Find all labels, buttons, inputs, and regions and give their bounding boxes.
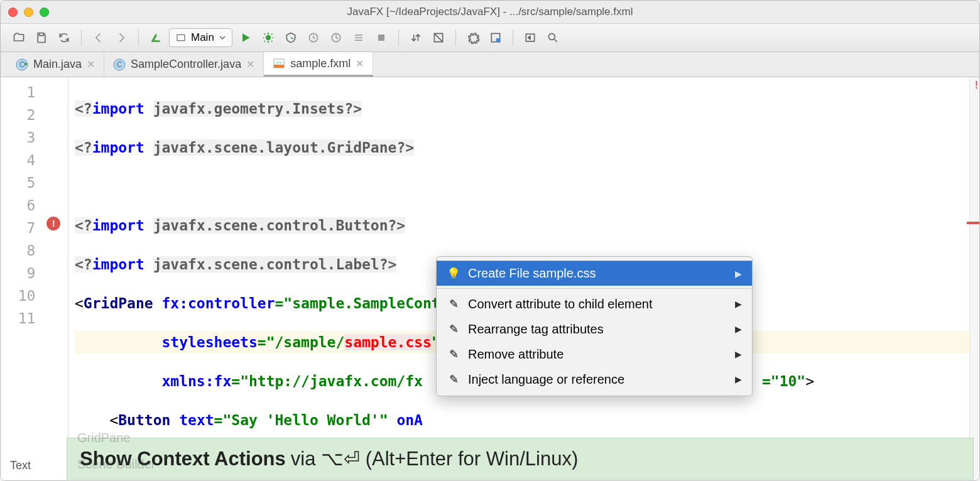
ghost-text: Scene Builder (77, 457, 156, 472)
bulb-icon: 💡 (447, 267, 460, 281)
menu-label: Remove attribute (468, 347, 564, 362)
intention-icon: ✎ (447, 297, 460, 311)
close-icon[interactable]: ✕ (356, 58, 364, 70)
tab-sample-controller[interactable]: C SampleController.java ✕ (104, 52, 264, 77)
vcs-commit-icon[interactable] (429, 28, 448, 47)
run-anything-icon[interactable] (521, 28, 540, 47)
class-icon: C (113, 58, 126, 71)
run-config-dropdown[interactable]: Main (169, 28, 232, 47)
attach-icon[interactable] (327, 28, 346, 47)
tab-label: Main.java (33, 58, 82, 71)
error-indicator-icon[interactable]: ! (975, 80, 978, 91)
svg-rect-0 (177, 35, 185, 40)
tasks-icon[interactable] (349, 28, 368, 47)
tab-label: sample.fxml (290, 57, 351, 70)
settings-icon[interactable] (464, 28, 482, 47)
error-bulb-icon[interactable]: ! (46, 217, 60, 230)
close-icon[interactable]: ✕ (87, 58, 95, 70)
svg-rect-4 (378, 35, 384, 41)
bottom-tab-text[interactable]: Text (10, 459, 31, 472)
close-icon[interactable] (8, 8, 18, 17)
stop-icon[interactable] (372, 28, 391, 47)
back-icon[interactable] (89, 28, 108, 47)
menu-inject-language[interactable]: ✎ Inject language or reference ▶ (437, 367, 752, 392)
refresh-icon[interactable] (55, 28, 74, 47)
intention-icon: ✎ (447, 372, 460, 386)
svg-rect-6 (496, 38, 500, 42)
class-icon: C (16, 58, 28, 71)
run-icon[interactable] (236, 28, 255, 47)
menu-convert-attribute[interactable]: ✎ Convert attribute to child element ▶ (437, 291, 752, 316)
window-title: JavaFX [~/IdeaProjects/JavaFX] - .../src… (1, 6, 979, 18)
context-actions-menu: 💡 Create File sample.css ▶ ✎ Convert att… (436, 256, 753, 396)
svg-point-8 (548, 33, 555, 40)
editor-tabs: C Main.java ✕ C SampleController.java ✕ … (1, 52, 979, 77)
search-icon[interactable] (543, 28, 562, 47)
minimize-icon[interactable] (24, 8, 33, 17)
structure-icon[interactable] (486, 28, 505, 47)
tab-main-java[interactable]: C Main.java ✕ (7, 52, 104, 77)
intention-icon: ✎ (447, 322, 460, 336)
svg-text:C: C (19, 60, 25, 69)
debug-icon[interactable] (259, 28, 278, 47)
zoom-icon[interactable] (40, 8, 49, 17)
gutter: 123 456 789 1011 ! (1, 77, 68, 480)
run-config-label: Main (191, 31, 214, 44)
svg-point-1 (266, 35, 271, 40)
save-icon[interactable] (32, 28, 51, 47)
menu-label: Inject language or reference (468, 372, 624, 387)
tab-label: SampleController.java (131, 58, 241, 71)
build-icon[interactable] (146, 28, 165, 47)
profile-icon[interactable] (304, 28, 323, 47)
coverage-icon[interactable] (281, 28, 300, 47)
chevron-right-icon: ▶ (735, 324, 742, 334)
svg-text:C: C (117, 60, 122, 69)
forward-icon[interactable] (112, 28, 131, 47)
vcs-update-icon[interactable] (406, 28, 425, 47)
chevron-right-icon: ▶ (735, 299, 742, 309)
tab-sample-fxml[interactable]: <> sample.fxml ✕ (264, 52, 373, 77)
svg-text:<>: <> (276, 60, 282, 65)
menu-label: Create File sample.css (468, 266, 596, 281)
open-icon[interactable] (9, 28, 28, 47)
hint-banner: GridPane Scene Builder Show Context Acti… (67, 438, 974, 480)
error-line-mark[interactable] (967, 222, 979, 224)
window-controls (8, 8, 49, 17)
chevron-right-icon: ▶ (735, 349, 742, 359)
error-stripe[interactable]: ! (969, 77, 979, 480)
menu-rearrange-attributes[interactable]: ✎ Rearrange tag attributes ▶ (437, 316, 752, 342)
line-numbers: 123 456 789 1011 (1, 77, 44, 480)
menu-remove-attribute[interactable]: ✎ Remove attribute ▶ (437, 342, 752, 367)
chevron-right-icon: ▶ (735, 269, 742, 279)
ghost-text: GridPane (77, 431, 131, 445)
banner-shortcut: via ⌥⏎ (Alt+Enter for Win/Linux) (291, 447, 578, 470)
ide-window: JavaFX [~/IdeaProjects/JavaFX] - .../src… (0, 0, 980, 481)
menu-label: Convert attribute to child element (468, 297, 653, 311)
close-icon[interactable]: ✕ (246, 58, 254, 70)
menu-label: Rearrange tag attributes (468, 322, 604, 337)
menu-create-file[interactable]: 💡 Create File sample.css ▶ (437, 261, 752, 286)
intention-icon: ✎ (447, 347, 460, 361)
main-toolbar: Main (1, 23, 979, 52)
chevron-right-icon: ▶ (735, 374, 742, 384)
titlebar: JavaFX [~/IdeaProjects/JavaFX] - .../src… (1, 1, 979, 23)
fxml-icon: <> (273, 57, 285, 70)
